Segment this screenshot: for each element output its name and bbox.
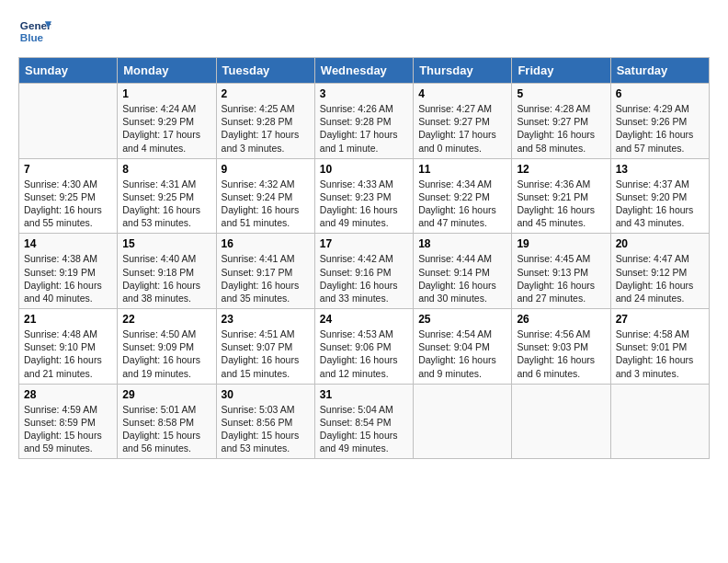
day-number: 7 xyxy=(24,163,112,176)
calendar-cell: 16Sunrise: 4:41 AM Sunset: 9:17 PM Dayli… xyxy=(216,234,314,309)
calendar-cell: 7Sunrise: 4:30 AM Sunset: 9:25 PM Daylig… xyxy=(19,158,118,234)
cell-content: Sunrise: 4:45 AM Sunset: 9:13 PM Dayligh… xyxy=(517,252,605,304)
day-number: 24 xyxy=(320,313,408,326)
calendar-cell xyxy=(414,384,512,459)
cell-content: Sunrise: 4:53 AM Sunset: 9:06 PM Dayligh… xyxy=(320,327,408,380)
calendar-cell: 13Sunrise: 4:37 AM Sunset: 9:20 PM Dayli… xyxy=(610,158,709,234)
day-header-wednesday: Wednesday xyxy=(314,58,413,84)
day-number: 16 xyxy=(222,237,310,250)
day-number: 13 xyxy=(616,163,704,176)
cell-content: Sunrise: 4:41 AM Sunset: 9:17 PM Dayligh… xyxy=(222,252,310,304)
calendar-cell: 31Sunrise: 5:04 AM Sunset: 8:54 PM Dayli… xyxy=(314,384,413,459)
calendar-cell xyxy=(512,384,610,459)
calendar-cell: 5Sunrise: 4:28 AM Sunset: 9:27 PM Daylig… xyxy=(512,84,610,159)
day-number: 4 xyxy=(418,87,506,100)
day-number: 18 xyxy=(418,237,506,250)
calendar-cell: 8Sunrise: 4:31 AM Sunset: 9:25 PM Daylig… xyxy=(118,158,216,234)
calendar-cell: 23Sunrise: 4:51 AM Sunset: 9:07 PM Dayli… xyxy=(216,309,314,385)
week-row-4: 21Sunrise: 4:48 AM Sunset: 9:10 PM Dayli… xyxy=(19,309,710,385)
calendar-cell: 30Sunrise: 5:03 AM Sunset: 8:56 PM Dayli… xyxy=(216,384,314,459)
calendar-body: 1Sunrise: 4:24 AM Sunset: 9:29 PM Daylig… xyxy=(19,84,710,459)
calendar-cell xyxy=(19,84,118,159)
cell-content: Sunrise: 4:56 AM Sunset: 9:03 PM Dayligh… xyxy=(517,327,605,380)
calendar-cell: 21Sunrise: 4:48 AM Sunset: 9:10 PM Dayli… xyxy=(19,309,118,385)
logo: General Blue xyxy=(18,15,51,48)
calendar-cell: 9Sunrise: 4:32 AM Sunset: 9:24 PM Daylig… xyxy=(216,158,314,234)
day-number: 23 xyxy=(222,313,310,326)
calendar-cell: 26Sunrise: 4:56 AM Sunset: 9:03 PM Dayli… xyxy=(512,309,610,385)
cell-content: Sunrise: 4:27 AM Sunset: 9:27 PM Dayligh… xyxy=(418,102,506,155)
cell-content: Sunrise: 4:34 AM Sunset: 9:22 PM Dayligh… xyxy=(418,178,506,230)
day-header-saturday: Saturday xyxy=(610,58,709,84)
cell-content: Sunrise: 4:37 AM Sunset: 9:20 PM Dayligh… xyxy=(616,178,704,230)
calendar-cell: 17Sunrise: 4:42 AM Sunset: 9:16 PM Dayli… xyxy=(314,234,413,309)
cell-content: Sunrise: 4:47 AM Sunset: 9:12 PM Dayligh… xyxy=(616,252,704,304)
cell-content: Sunrise: 4:40 AM Sunset: 9:18 PM Dayligh… xyxy=(122,252,210,304)
cell-content: Sunrise: 4:48 AM Sunset: 9:10 PM Dayligh… xyxy=(24,327,112,380)
calendar-cell: 1Sunrise: 4:24 AM Sunset: 9:29 PM Daylig… xyxy=(118,84,216,159)
calendar-header-row: SundayMondayTuesdayWednesdayThursdayFrid… xyxy=(19,58,710,84)
day-number: 3 xyxy=(320,87,408,100)
day-number: 14 xyxy=(24,237,112,250)
calendar-cell: 11Sunrise: 4:34 AM Sunset: 9:22 PM Dayli… xyxy=(414,158,512,234)
cell-content: Sunrise: 5:01 AM Sunset: 8:58 PM Dayligh… xyxy=(122,403,210,455)
cell-content: Sunrise: 4:29 AM Sunset: 9:26 PM Dayligh… xyxy=(616,102,704,155)
cell-content: Sunrise: 4:28 AM Sunset: 9:27 PM Dayligh… xyxy=(517,102,605,155)
day-number: 17 xyxy=(320,237,408,250)
day-header-monday: Monday xyxy=(118,58,216,84)
calendar-cell: 29Sunrise: 5:01 AM Sunset: 8:58 PM Dayli… xyxy=(118,384,216,459)
cell-content: Sunrise: 4:30 AM Sunset: 9:25 PM Dayligh… xyxy=(24,178,112,230)
day-number: 5 xyxy=(517,87,605,100)
day-number: 10 xyxy=(320,163,408,176)
day-number: 11 xyxy=(418,163,506,176)
cell-content: Sunrise: 4:59 AM Sunset: 8:59 PM Dayligh… xyxy=(24,403,112,455)
cell-content: Sunrise: 4:25 AM Sunset: 9:28 PM Dayligh… xyxy=(222,102,310,155)
cell-content: Sunrise: 4:32 AM Sunset: 9:24 PM Dayligh… xyxy=(222,178,310,230)
day-number: 6 xyxy=(616,87,704,100)
day-number: 19 xyxy=(517,237,605,250)
day-number: 29 xyxy=(122,388,210,401)
calendar-cell: 28Sunrise: 4:59 AM Sunset: 8:59 PM Dayli… xyxy=(19,384,118,459)
cell-content: Sunrise: 5:04 AM Sunset: 8:54 PM Dayligh… xyxy=(320,403,408,455)
cell-content: Sunrise: 5:03 AM Sunset: 8:56 PM Dayligh… xyxy=(222,403,310,455)
svg-text:Blue: Blue xyxy=(20,31,44,43)
day-number: 30 xyxy=(222,388,310,401)
calendar-cell: 4Sunrise: 4:27 AM Sunset: 9:27 PM Daylig… xyxy=(414,84,512,159)
day-number: 8 xyxy=(122,163,210,176)
cell-content: Sunrise: 4:58 AM Sunset: 9:01 PM Dayligh… xyxy=(616,327,704,380)
calendar-cell: 19Sunrise: 4:45 AM Sunset: 9:13 PM Dayli… xyxy=(512,234,610,309)
calendar-cell xyxy=(610,384,709,459)
day-number: 9 xyxy=(222,163,310,176)
calendar-table: SundayMondayTuesdayWednesdayThursdayFrid… xyxy=(18,57,710,459)
calendar-cell: 10Sunrise: 4:33 AM Sunset: 9:23 PM Dayli… xyxy=(314,158,413,234)
calendar-cell: 25Sunrise: 4:54 AM Sunset: 9:04 PM Dayli… xyxy=(414,309,512,385)
cell-content: Sunrise: 4:44 AM Sunset: 9:14 PM Dayligh… xyxy=(418,252,506,304)
cell-content: Sunrise: 4:54 AM Sunset: 9:04 PM Dayligh… xyxy=(418,327,506,380)
calendar-cell: 15Sunrise: 4:40 AM Sunset: 9:18 PM Dayli… xyxy=(118,234,216,309)
logo-icon: General Blue xyxy=(18,15,51,48)
cell-content: Sunrise: 4:42 AM Sunset: 9:16 PM Dayligh… xyxy=(320,252,408,304)
cell-content: Sunrise: 4:24 AM Sunset: 9:29 PM Dayligh… xyxy=(122,102,210,155)
week-row-1: 1Sunrise: 4:24 AM Sunset: 9:29 PM Daylig… xyxy=(19,84,710,159)
cell-content: Sunrise: 4:31 AM Sunset: 9:25 PM Dayligh… xyxy=(122,178,210,230)
calendar-cell: 14Sunrise: 4:38 AM Sunset: 9:19 PM Dayli… xyxy=(19,234,118,309)
day-number: 22 xyxy=(122,313,210,326)
calendar-cell: 18Sunrise: 4:44 AM Sunset: 9:14 PM Dayli… xyxy=(414,234,512,309)
week-row-5: 28Sunrise: 4:59 AM Sunset: 8:59 PM Dayli… xyxy=(19,384,710,459)
calendar-cell: 3Sunrise: 4:26 AM Sunset: 9:28 PM Daylig… xyxy=(314,84,413,159)
calendar-cell: 12Sunrise: 4:36 AM Sunset: 9:21 PM Dayli… xyxy=(512,158,610,234)
day-header-sunday: Sunday xyxy=(19,58,118,84)
cell-content: Sunrise: 4:36 AM Sunset: 9:21 PM Dayligh… xyxy=(517,178,605,230)
svg-text:General: General xyxy=(20,19,51,31)
week-row-3: 14Sunrise: 4:38 AM Sunset: 9:19 PM Dayli… xyxy=(19,234,710,309)
day-number: 28 xyxy=(24,388,112,401)
day-number: 25 xyxy=(418,313,506,326)
day-header-tuesday: Tuesday xyxy=(216,58,314,84)
cell-content: Sunrise: 4:26 AM Sunset: 9:28 PM Dayligh… xyxy=(320,102,408,155)
day-number: 1 xyxy=(122,87,210,100)
calendar-cell: 24Sunrise: 4:53 AM Sunset: 9:06 PM Dayli… xyxy=(314,309,413,385)
day-header-thursday: Thursday xyxy=(414,58,512,84)
page-header: General Blue xyxy=(18,15,710,48)
day-number: 31 xyxy=(320,388,408,401)
cell-content: Sunrise: 4:38 AM Sunset: 9:19 PM Dayligh… xyxy=(24,252,112,304)
